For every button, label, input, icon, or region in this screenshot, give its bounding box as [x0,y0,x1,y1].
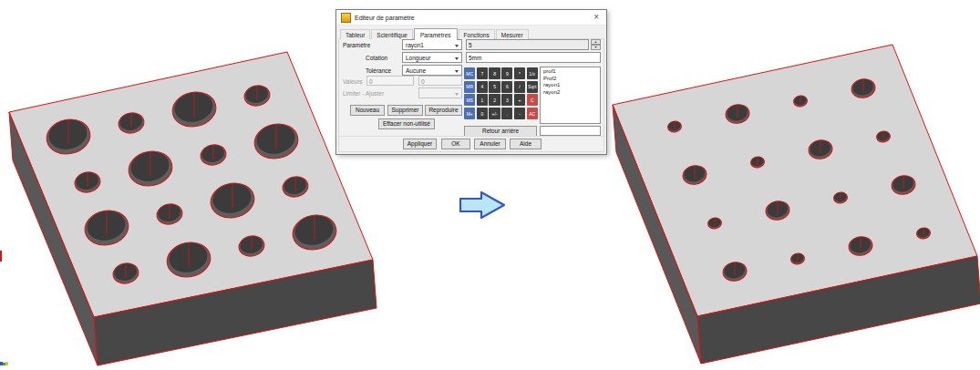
parameter-editor-dialog: Editeur de paramètre × TableurScientifiq… [335,9,607,155]
calc-key-0[interactable]: 0 [477,108,488,119]
tab-scientifique[interactable]: Scientifique [371,29,413,39]
cad-block-after[interactable] [613,45,980,364]
supprimer-button[interactable]: Supprimer [387,105,423,116]
calc-key-9[interactable]: 9 [501,67,512,79]
nouveau-button[interactable]: Nouveau [350,105,385,116]
ok-button[interactable]: OK [441,139,470,149]
effacer-non-utilise-button[interactable]: Effacer non-utilisé [378,118,435,129]
parametre-combobox[interactable]: rayon1 [402,39,462,50]
transform-arrow-icon [460,192,504,218]
parametre-label: Paramètre [343,42,370,48]
parameter-list-item[interactable]: rayon2 [543,89,597,97]
expression-input[interactable]: 5mm [466,52,601,63]
calc-key-MS[interactable]: MS [464,94,475,106]
parameter-list-item[interactable]: Prof2 [543,76,597,83]
valeur1-input: 0 [366,76,414,86]
valeur2-input: 0 [418,76,462,86]
axis-triad-icon [3,363,5,365]
edge-artifact [0,251,2,262]
close-icon[interactable]: × [591,13,602,22]
calc-key-1/x[interactable]: 1/x [527,67,538,79]
calc-key-C[interactable]: C [527,94,538,106]
axis-triad-icon [5,362,8,365]
valeurs-label: Valeurs [343,78,363,85]
chevron-down-icon [455,93,459,96]
tolerance-combobox[interactable]: Aucune [402,65,462,76]
tab-tableur[interactable]: Tableur [340,29,370,39]
reproduire-button[interactable]: Reproduire [425,105,462,116]
tolerance-label: Tolérance [366,67,391,74]
tab-mesurer[interactable]: Mesurer [496,29,529,39]
chevron-down-icon [455,45,459,47]
calc-key-MC[interactable]: MC [464,67,475,79]
axis-triad-icon [0,362,3,365]
value-input[interactable]: 5 [466,39,589,50]
limiter-combobox [418,87,462,98]
calc-key-+[interactable]: + [514,94,525,106]
cotation-combobox-value: Longueur [406,55,430,61]
chevron-down-icon [455,70,459,73]
calc-key-AC[interactable]: AC [527,108,538,119]
tab-strip: TableurScientifiqueParamètresFonctionsMe… [340,27,530,39]
cotation-combobox[interactable]: Longueur [402,52,462,63]
calc-key-Sqrt[interactable]: Sqrt [527,81,538,93]
parameter-editor-icon [341,13,351,23]
tab-paramètres[interactable]: Paramètres [414,28,458,40]
annuler-button[interactable]: Annuler [474,139,506,149]
calc-key-*[interactable]: * [514,67,525,79]
calc-key-MR[interactable]: MR [464,81,475,93]
dialog-title: Editeur de paramètre [355,15,591,21]
calc-key-2[interactable]: 2 [489,94,500,106]
dialog-titlebar[interactable]: Editeur de paramètre × [336,10,606,26]
chevron-down-icon [455,57,459,60]
appliquer-button[interactable]: Appliquer [403,139,437,149]
parameter-list-item[interactable]: rayon1 [543,82,597,89]
result-field [540,126,601,136]
parameter-listbox[interactable]: prof1Prof2rayon1rayon2 [540,67,601,124]
calc-key-3[interactable]: 3 [501,94,512,106]
calc-key-6[interactable]: 6 [501,81,512,93]
calc-key-+/-[interactable]: +/- [489,108,500,119]
parametre-combobox-value: rayon1 [406,42,424,48]
cad-block-before[interactable] [9,52,377,365]
tolerance-combobox-value: Aucune [406,67,426,74]
calc-key-4[interactable]: 4 [477,81,488,93]
spinner-down-icon[interactable]: ▼ [591,45,601,50]
limiter-ajuster-label: Limiter - Ajuster [343,90,384,97]
calc-key-.[interactable]: . [501,108,512,119]
parameter-list-item[interactable]: prof1 [543,68,597,76]
calc-key--[interactable]: - [514,108,525,119]
calc-key-7[interactable]: 7 [477,67,488,79]
tab-fonctions[interactable]: Fonctions [459,29,495,39]
value-spinner[interactable]: ▲ ▼ [591,39,601,50]
calc-key-/[interactable]: / [514,81,525,93]
footer-separator [337,136,605,137]
calc-key-8[interactable]: 8 [489,67,500,79]
calc-key-M+[interactable]: M+ [464,108,475,119]
calc-key-1[interactable]: 1 [477,94,488,106]
calc-key-5[interactable]: 5 [489,81,500,93]
cotation-label: Cotation [366,55,387,61]
aide-button[interactable]: Aide [510,139,542,149]
